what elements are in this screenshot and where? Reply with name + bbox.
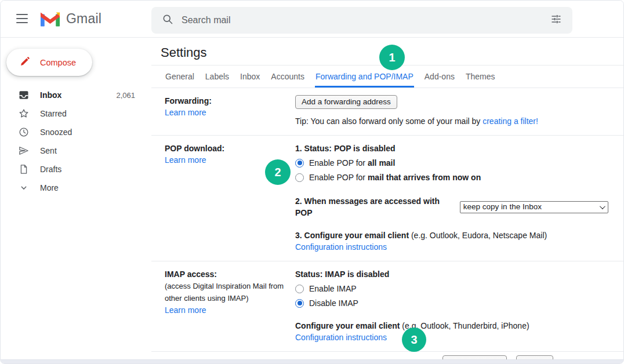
forwarding-tip: Tip: You can also forward only some of y… (295, 115, 608, 127)
search-bar[interactable] (151, 7, 572, 34)
imap-radio-enable[interactable]: Enable IMAP (295, 283, 608, 294)
draft-icon (18, 163, 30, 175)
sidebar-item-drafts[interactable]: Drafts (1, 160, 151, 179)
tab-add-ons[interactable]: Add-ons (424, 67, 455, 88)
sidebar-item-label: Snoozed (40, 128, 72, 137)
clock-icon (18, 126, 30, 138)
chevron-down-icon (18, 182, 30, 194)
radio-enable-pop-from-now-on[interactable] (295, 173, 304, 182)
forwarding-section: Forwarding: Learn more Add a forwarding … (151, 88, 623, 136)
pop-status: 1. Status: POP is disabled (295, 143, 608, 154)
imap-content: Status: IMAP is disabled Enable IMAP Dis… (295, 268, 608, 343)
add-forwarding-address-button[interactable]: Add a forwarding address (295, 95, 397, 109)
step-badge-2: 2 (265, 159, 291, 185)
star-icon (18, 108, 30, 119)
radio-label: Enable IMAP (309, 283, 357, 294)
pencil-icon (19, 56, 31, 70)
compose-button[interactable]: Compose (6, 49, 92, 76)
radio-label: Disable IMAP (309, 297, 358, 309)
pop-configure-line: 3. Configure your email client (e.g. Out… (295, 230, 608, 241)
forwarding-label-col: Forwarding: Learn more (165, 95, 295, 127)
search-options-icon[interactable] (550, 13, 562, 27)
sidebar: Compose Inbox 2,061 Starr (1, 38, 151, 359)
pop-learn-more-link[interactable]: Learn more (165, 155, 206, 165)
sidebar-item-starred[interactable]: Starred (1, 104, 151, 123)
gmail-settings-window: Gmail Compose (0, 0, 624, 364)
pop-download-section: POP download: Learn more 1. Status: POP … (151, 136, 623, 261)
radio-disable-imap[interactable] (295, 299, 304, 308)
compose-label: Compose (40, 58, 76, 67)
pop-action-select[interactable]: keep copy in the Inbox (460, 201, 608, 213)
pop-content: 1. Status: POP is disabled Enable POP fo… (295, 143, 608, 253)
imap-configuration-instructions-link[interactable]: Configuration instructions (295, 333, 387, 342)
tab-general[interactable]: General (165, 67, 195, 88)
imap-radio-disable[interactable]: Disable IMAP (295, 297, 608, 309)
select-value: keep copy in the Inbox (463, 201, 542, 213)
gmail-m-icon (39, 10, 61, 27)
select-chevron-down-icon (600, 203, 605, 209)
forwarding-label: Forwarding: (165, 95, 295, 107)
pop-configuration-instructions-link[interactable]: Configuration instructions (295, 242, 387, 252)
hamburger-menu-icon[interactable] (16, 14, 28, 23)
pop-download-label: POP download: (165, 143, 295, 154)
sidebar-item-label: Starred (40, 109, 67, 118)
radio-label: Enable POP for all mail (309, 157, 395, 169)
forwarding-learn-more-link[interactable]: Learn more (165, 108, 206, 117)
imap-access-label: IMAP access: (165, 268, 295, 280)
tab-inbox[interactable]: Inbox (240, 67, 260, 88)
gmail-logo[interactable]: Gmail (39, 10, 101, 27)
imap-status: Status: IMAP is disabled (295, 268, 608, 280)
radio-label: Enable POP for mail that arrives from no… (309, 172, 481, 183)
sidebar-item-label: Sent (40, 146, 57, 155)
search-input[interactable] (182, 15, 550, 26)
radio-enable-imap[interactable] (295, 285, 304, 293)
sidebar-item-label: More (40, 183, 59, 192)
sidebar-item-label: Inbox (40, 90, 61, 100)
pop-when-line: 2. When messages are accessed with POP k… (295, 195, 608, 219)
radio-enable-pop-all-mail[interactable] (295, 159, 304, 168)
gmail-wordmark: Gmail (66, 11, 101, 27)
imap-configure-line: Configure your email client (e.g. Outloo… (295, 320, 608, 332)
pop-configure-bold: 3. Configure your email client (295, 231, 409, 240)
imap-learn-more-link[interactable]: Learn more (165, 305, 206, 315)
pop-configure-rest: (e.g. Outlook, Eudora, Netscape Mail) (409, 231, 547, 240)
settings-main: Settings General Labels Inbox Accounts F… (151, 38, 623, 359)
sidebar-nav: Inbox 2,061 Starred Snoozed (1, 86, 151, 197)
tab-forwarding-pop-imap[interactable]: Forwarding and POP/IMAP (315, 67, 414, 88)
imap-access-section: IMAP access: (access Digital Inspiration… (151, 261, 623, 352)
send-icon (18, 145, 30, 156)
sidebar-item-inbox[interactable]: Inbox 2,061 (1, 86, 151, 104)
tab-labels[interactable]: Labels (205, 67, 230, 88)
tab-themes[interactable]: Themes (465, 67, 496, 88)
sidebar-item-label: Drafts (40, 165, 61, 174)
sidebar-item-more[interactable]: More (1, 179, 151, 197)
imap-access-note: (access Digital Inspiration Mail from ot… (165, 280, 288, 304)
pop-when-label: 2. When messages are accessed with POP (295, 195, 455, 219)
search-icon[interactable] (162, 13, 173, 27)
top-bar: Gmail (1, 1, 623, 38)
sidebar-item-sent[interactable]: Sent (1, 141, 151, 160)
creating-a-filter-link[interactable]: creating a filter! (482, 117, 538, 126)
tab-accounts[interactable]: Accounts (270, 67, 305, 88)
sidebar-item-snoozed[interactable]: Snoozed (1, 123, 151, 141)
step-badge-3: 3 (402, 327, 426, 352)
imap-configure-bold: Configure your email client (295, 321, 400, 330)
pop-radio-all-mail[interactable]: Enable POP for all mail (295, 157, 608, 169)
inbox-icon (18, 89, 30, 101)
window-bottom-edge (1, 359, 623, 363)
step-badge-1: 1 (379, 45, 405, 70)
imap-label-col: IMAP access: (access Digital Inspiration… (165, 268, 295, 343)
forwarding-tip-text: Tip: You can also forward only some of y… (295, 117, 482, 126)
pop-radio-from-now-on[interactable]: Enable POP for mail that arrives from no… (295, 172, 608, 183)
inbox-count: 2,061 (116, 91, 135, 100)
forwarding-content: Add a forwarding address Tip: You can al… (295, 95, 608, 127)
